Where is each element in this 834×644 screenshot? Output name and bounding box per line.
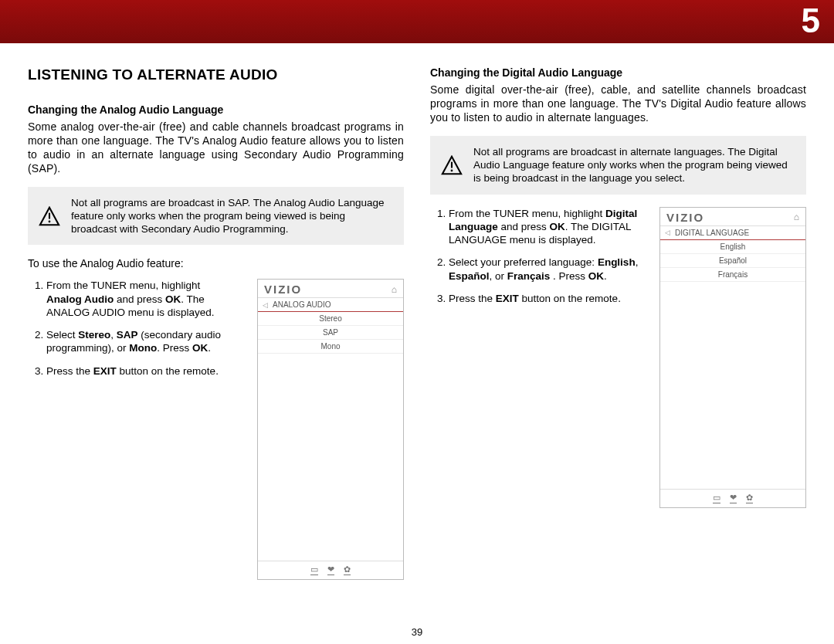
analog-note-box: Not all programs are broadcast in SAP. T… [28, 187, 404, 246]
right-column: Changing the Digital Audio Language Some… [430, 66, 806, 580]
digital-note-box: Not all programs are broadcast in altern… [430, 136, 806, 195]
device-menu-item: Español [660, 254, 805, 268]
device-footer: ▭ ❤ ✿ [660, 489, 805, 507]
digital-steps-list: From the TUNER menu, highlight Digital L… [430, 207, 646, 315]
home-icon: ⌂ [794, 212, 799, 222]
chapter-number: 5 [802, 2, 820, 40]
digital-subtitle: Changing the Digital Audio Language [430, 66, 806, 79]
analog-step-3: Press the EXIT button on the remote. [46, 364, 229, 378]
left-column: LISTENING TO ALTERNATE AUDIO Changing th… [28, 66, 404, 580]
device-brand: VIZIO [666, 211, 704, 224]
wide-icon: ▭ [713, 493, 720, 503]
gear-icon: ✿ [746, 493, 753, 503]
device-brand: VIZIO [264, 283, 302, 296]
device-menu-list: Stereo SAP Mono [258, 312, 403, 354]
device-header: VIZIO ⌂ [258, 280, 403, 298]
gear-icon: ✿ [344, 564, 351, 575]
device-menu-title: ANALOG AUDIO [273, 300, 331, 309]
device-menu-title-row: ◁ ANALOG AUDIO [258, 298, 403, 312]
device-menu-title-row: ◁ DIGITAL LANGUAGE [660, 226, 805, 240]
digital-note-text: Not all programs are broadcast in altern… [473, 146, 788, 185]
svg-point-5 [451, 169, 453, 171]
v-icon: ❤ [730, 493, 737, 503]
v-icon: ❤ [327, 564, 334, 575]
analog-steps-list: From the TUNER menu, highlight Analog Au… [28, 279, 229, 387]
section-title: LISTENING TO ALTERNATE AUDIO [28, 66, 404, 83]
digital-paragraph: Some digital over-the-air (free), cable,… [430, 83, 806, 125]
digital-device-mock: VIZIO ⌂ ◁ DIGITAL LANGUAGE English Españ… [659, 207, 806, 508]
device-menu-list: English Español Français [660, 240, 805, 282]
device-menu-title: DIGITAL LANGUAGE [675, 229, 749, 237]
warning-icon [39, 206, 60, 226]
digital-step-2: Select your preferred language: English,… [449, 256, 646, 283]
device-menu-item: SAP [258, 326, 403, 340]
analog-steps-row: From the TUNER menu, highlight Analog Au… [28, 279, 404, 580]
analog-device-mock: VIZIO ⌂ ◁ ANALOG AUDIO Stereo SAP Mono ▭… [257, 279, 404, 580]
device-menu-item: Stereo [258, 312, 403, 326]
svg-point-2 [49, 220, 51, 222]
chapter-header-bar: 5 [0, 0, 834, 43]
wide-icon: ▭ [310, 564, 318, 575]
device-menu-item: Français [660, 268, 805, 282]
back-triangle-icon: ◁ [665, 229, 670, 236]
home-icon: ⌂ [392, 284, 397, 295]
analog-step-1: From the TUNER menu, highlight Analog Au… [46, 279, 229, 319]
warning-icon [441, 155, 463, 175]
digital-steps-row: From the TUNER menu, highlight Digital L… [430, 207, 806, 508]
device-menu-item: Mono [258, 340, 403, 354]
device-footer: ▭ ❤ ✿ [258, 561, 403, 579]
page-number: 39 [412, 626, 422, 638]
digital-step-1: From the TUNER menu, highlight Digital L… [449, 207, 646, 247]
device-menu-item: English [660, 240, 805, 254]
analog-subtitle: Changing the Analog Audio Language [28, 103, 404, 116]
page-body: LISTENING TO ALTERNATE AUDIO Changing th… [0, 43, 834, 580]
analog-intro: To use the Analog Audio feature: [28, 257, 404, 269]
back-triangle-icon: ◁ [263, 301, 268, 309]
analog-paragraph: Some analog over-the-air (free) and cabl… [28, 120, 404, 176]
digital-step-3: Press the EXIT button on the remote. [449, 292, 646, 305]
device-header: VIZIO ⌂ [660, 208, 805, 226]
analog-step-2: Select Stereo, SAP (secondary audio prog… [46, 328, 229, 355]
analog-note-text: Not all programs are broadcast in SAP. T… [71, 197, 385, 236]
